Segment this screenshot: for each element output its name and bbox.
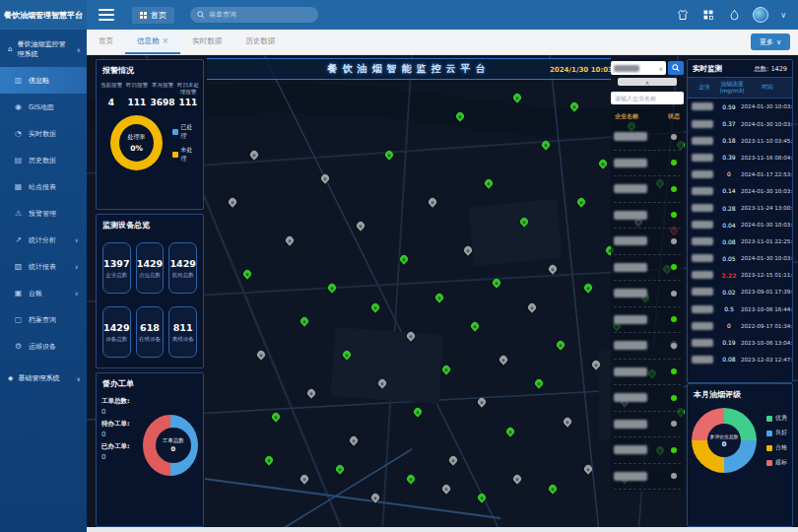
realtime-row[interactable]: 0.192023-10-06 13:04:00 bbox=[688, 334, 792, 351]
sidebar-item-实时数据[interactable]: ◔实时数据 bbox=[0, 120, 87, 147]
map-pin[interactable] bbox=[555, 340, 565, 351]
map-pin[interactable] bbox=[476, 397, 487, 408]
company-row[interactable] bbox=[614, 464, 681, 491]
tab-首页[interactable]: 首页 bbox=[87, 30, 125, 54]
map-pin[interactable] bbox=[504, 426, 515, 436]
sidebar-item-运维设备[interactable]: ⚙运维设备 bbox=[0, 333, 87, 360]
realtime-row[interactable]: 0.142024-01-30 10:03:00 bbox=[688, 182, 792, 199]
realtime-row[interactable]: 0.52023-10-06 16:44:00 bbox=[688, 300, 792, 317]
map-pin[interactable] bbox=[356, 221, 366, 232]
map-pin[interactable] bbox=[590, 359, 601, 369]
company-row[interactable] bbox=[614, 360, 681, 386]
map-pin[interactable] bbox=[440, 483, 451, 494]
map-pin[interactable] bbox=[299, 473, 309, 484]
map-pin[interactable] bbox=[284, 234, 295, 245]
map-pin[interactable] bbox=[448, 454, 459, 465]
company-row[interactable] bbox=[614, 437, 681, 464]
map-pin[interactable] bbox=[305, 387, 316, 398]
map-pin[interactable] bbox=[491, 278, 501, 289]
sidebar-item-台账[interactable]: ▣台账∨ bbox=[0, 280, 87, 306]
map-pin[interactable] bbox=[228, 197, 238, 208]
realtime-row[interactable]: 0.082023-11-01 22:25:00 bbox=[688, 233, 792, 250]
map-pin[interactable] bbox=[484, 177, 495, 188]
map-pin[interactable] bbox=[583, 283, 594, 294]
map-pin[interactable] bbox=[299, 316, 309, 327]
realtime-row[interactable]: 0.042024-01-30 10:03:00 bbox=[688, 217, 792, 233]
company-row[interactable] bbox=[614, 151, 681, 177]
map-pin[interactable] bbox=[583, 464, 594, 475]
map-pin[interactable] bbox=[512, 92, 523, 102]
realtime-row[interactable]: 0.182023-11-10 03:45:00 bbox=[688, 132, 792, 149]
realtime-row[interactable]: 2.222023-12-15 01:11:00 bbox=[688, 267, 792, 284]
map-pin[interactable] bbox=[320, 172, 331, 183]
realtime-row[interactable]: 0.282023-11-24 13:00:00 bbox=[688, 199, 792, 216]
map-pin[interactable] bbox=[597, 159, 608, 169]
user-avatar[interactable] bbox=[753, 7, 768, 23]
map-pin[interactable] bbox=[526, 301, 537, 312]
map-pin[interactable] bbox=[476, 493, 487, 503]
map-pin[interactable] bbox=[334, 464, 345, 475]
sidebar-group-monitoring[interactable]: ⌂ 餐饮油烟监控管理系统 ∧ bbox=[0, 30, 87, 67]
map-pin[interactable] bbox=[412, 406, 423, 417]
map-pin[interactable] bbox=[562, 416, 572, 427]
map-pin[interactable] bbox=[369, 493, 380, 503]
realtime-row[interactable]: 0.592024-01-30 10:03:00 bbox=[688, 99, 792, 115]
map-pin[interactable] bbox=[384, 149, 395, 160]
realtime-row[interactable]: 0.372024-01-30 10:03:00 bbox=[688, 115, 792, 132]
map-pin[interactable] bbox=[248, 149, 259, 160]
company-type-select[interactable]: ∨ bbox=[611, 61, 666, 75]
map-pin[interactable] bbox=[348, 435, 359, 446]
realtime-row[interactable]: 0.022023-09-01 17:39:00 bbox=[688, 284, 792, 300]
apps-grid-icon[interactable] bbox=[701, 8, 715, 22]
company-name-input[interactable] bbox=[611, 92, 684, 104]
tab-实时数据[interactable]: 实时数据 bbox=[180, 30, 233, 54]
map-pin[interactable] bbox=[548, 483, 559, 494]
flame-icon[interactable] bbox=[727, 8, 741, 22]
sidebar-item-统计分析[interactable]: ↗统计分析∨ bbox=[0, 227, 87, 253]
map-pin[interactable] bbox=[498, 354, 508, 365]
realtime-row[interactable]: 0.392023-11-16 08:04:00 bbox=[688, 149, 792, 166]
company-row[interactable] bbox=[614, 307, 681, 334]
map-pin[interactable] bbox=[533, 377, 544, 388]
map-pin[interactable] bbox=[241, 268, 252, 279]
company-row[interactable] bbox=[614, 176, 681, 203]
breadcrumb-home[interactable]: 首页 bbox=[132, 7, 174, 24]
map-pin[interactable] bbox=[341, 349, 352, 360]
map-pin[interactable] bbox=[512, 473, 523, 484]
realtime-row[interactable]: 0.082023-12-03 12:47:00 bbox=[688, 351, 792, 367]
company-row[interactable] bbox=[614, 124, 681, 151]
bottom-scrollbar[interactable] bbox=[87, 527, 798, 532]
company-row[interactable] bbox=[614, 333, 681, 360]
map-pin[interactable] bbox=[576, 197, 587, 208]
tab-信息舱[interactable]: 信息舱× bbox=[125, 30, 180, 54]
map-pin[interactable] bbox=[540, 139, 551, 150]
map-pin[interactable] bbox=[398, 254, 409, 265]
map-pin[interactable] bbox=[405, 473, 416, 484]
menu-toggle-icon[interactable] bbox=[99, 9, 114, 21]
map-pin[interactable] bbox=[376, 377, 387, 388]
map-pin[interactable] bbox=[469, 320, 480, 331]
sidebar-group-base-system[interactable]: ◈ 基础管理系统 ∨ bbox=[0, 364, 87, 391]
collapse-handle[interactable]: ∧ bbox=[618, 78, 677, 86]
map-pin[interactable] bbox=[405, 330, 416, 341]
map-pin[interactable] bbox=[270, 411, 281, 422]
map-pin[interactable] bbox=[256, 349, 267, 360]
map-pin[interactable] bbox=[519, 216, 530, 227]
map-pin[interactable] bbox=[548, 263, 559, 274]
sidebar-item-历史数据[interactable]: ▤历史数据 bbox=[0, 147, 87, 173]
company-row[interactable] bbox=[614, 385, 681, 412]
company-row[interactable] bbox=[614, 229, 681, 255]
company-row[interactable] bbox=[614, 203, 681, 230]
chevron-down-icon[interactable]: ∨ bbox=[780, 11, 786, 20]
sidebar-item-档案查询[interactable]: ▢档案查询 bbox=[0, 306, 87, 333]
company-row[interactable] bbox=[614, 412, 681, 438]
map-pin[interactable] bbox=[433, 292, 444, 302]
company-row[interactable] bbox=[614, 281, 681, 307]
theme-shirt-icon[interactable] bbox=[676, 8, 690, 22]
map-pin[interactable] bbox=[440, 364, 451, 374]
map-pin[interactable] bbox=[427, 197, 437, 208]
company-search-button[interactable] bbox=[668, 61, 684, 75]
sidebar-item-站点报表[interactable]: ▦站点报表 bbox=[0, 173, 87, 200]
map-pin[interactable] bbox=[263, 454, 274, 465]
map-pin[interactable] bbox=[462, 244, 473, 255]
